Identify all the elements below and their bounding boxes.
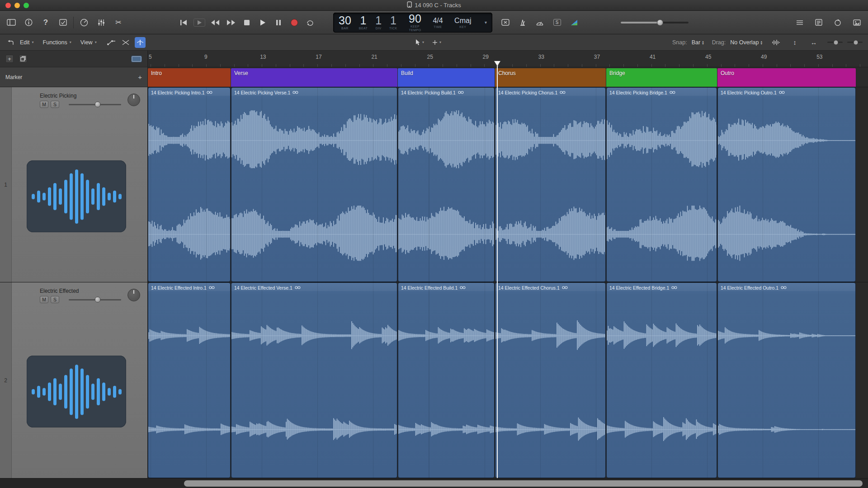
audio-region[interactable]: 14 Electric Effected Chorus.1 [495,282,606,478]
marker-region[interactable]: Intro [148,68,231,87]
catch-playhead-icon[interactable] [5,37,16,48]
minimize-button[interactable] [14,3,20,8]
track-name[interactable]: Electric Effected [40,288,79,294]
lcd-display[interactable]: 30BAR 1BEAT 1DIV 1TICK 90KEEPTEMPO 4/4TI… [333,13,492,33]
vertical-zoom-slider[interactable] [827,42,843,43]
inspector-icon[interactable] [23,16,34,29]
list-editors-icon[interactable] [794,16,806,29]
browsers-icon[interactable] [851,16,863,29]
automation-icon[interactable] [106,37,117,48]
track-lane[interactable]: 14 Electric Effected Intro.114 Electric … [148,282,868,478]
track-volume-thumb[interactable] [94,102,100,108]
marker-region[interactable]: Build [398,68,495,87]
marker-region[interactable]: Bridge [606,68,717,87]
add-track-button[interactable]: + [5,55,14,63]
view-menu[interactable]: View▾ [80,39,97,46]
track-name[interactable]: Electric Picking [40,93,76,99]
track-header[interactable]: Electric Picking M S [12,87,148,282]
master-volume-thumb[interactable] [657,19,663,26]
crossfade-drag-icon[interactable] [120,37,131,48]
master-volume-slider[interactable] [621,22,689,23]
audio-region[interactable]: 14 Electric Picking Outro.1 [717,87,856,282]
snap-select[interactable]: Bar▴▾ [692,39,704,46]
mute-button[interactable]: M [40,101,48,108]
apple-loops-icon[interactable] [832,16,844,29]
pan-knob[interactable] [127,94,140,106]
track-volume-slider[interactable] [69,104,121,105]
left-click-tool-menu[interactable]: ▾ [415,39,424,46]
pan-knob[interactable] [127,289,140,301]
marker-region[interactable]: Outro [717,68,856,87]
bar-ruler[interactable]: 591317212529333741454953 [148,51,868,67]
lcd-bar-label: BAR [341,27,349,30]
audio-region[interactable]: 14 Electric Picking Chorus.1 [495,87,606,282]
track-header[interactable]: Electric Effected M S [12,282,148,478]
marker-label: Build [401,70,413,76]
track-volume-slider[interactable] [69,299,121,300]
library-icon[interactable] [5,16,17,29]
cycle-button[interactable] [304,16,316,29]
count-in-icon[interactable] [500,16,511,29]
flex-button[interactable] [135,37,146,48]
command-click-tool-menu[interactable]: ▾ [432,40,441,45]
drag-select[interactable]: No Overlap▴▾ [730,39,762,46]
smart-tempo-icon[interactable] [568,16,580,29]
horizontal-scrollbar[interactable] [0,478,868,488]
go-to-beginning-button[interactable] [178,16,189,29]
audio-region[interactable]: 14 Electric Picking Verse.1 [231,87,397,282]
note-pads-icon[interactable] [813,16,825,29]
horizontal-scrollbar-thumb[interactable] [184,480,863,487]
track-number: 1 [4,182,7,188]
ruler-bar-number: 45 [705,54,711,60]
forward-button[interactable] [225,16,237,29]
waveform-zoom-icon[interactable] [770,37,781,48]
lcd-bar: 30 [339,15,351,26]
audio-region[interactable]: 14 Electric Effected Outro.1 [717,282,856,478]
global-tracks-button[interactable] [131,56,142,62]
record-button[interactable] [288,16,300,29]
add-marker-button[interactable]: + [138,73,142,81]
horizontal-zoom-slider[interactable] [847,42,863,43]
solo-button[interactable]: S [51,101,59,108]
editors-scissors-icon[interactable]: ✂ [113,16,124,29]
stop-button[interactable] [241,16,253,29]
metronome-icon[interactable] [517,16,528,29]
marker-lane[interactable]: IntroVerseBuildChorusBridgeOutro [148,67,868,87]
track-lane[interactable]: 14 Electric Picking Intro.114 Electric P… [148,87,868,282]
mute-button[interactable]: M [40,296,48,303]
quick-help-icon[interactable]: ? [40,16,52,29]
play-from-selection-button[interactable] [193,16,205,29]
solo-button[interactable]: S [51,296,59,303]
horizontal-fit-zoom-icon[interactable]: ↔ [808,37,819,48]
duplicate-track-button[interactable] [19,55,27,63]
edit-menu[interactable]: Edit▾ [20,39,34,46]
lcd-mode-chevron-icon[interactable]: ▾ [485,20,487,25]
close-button[interactable] [5,3,11,8]
marker-region[interactable]: Chorus [495,68,606,87]
toolbar-toggle-icon[interactable] [57,16,69,29]
functions-menu[interactable]: Functions▾ [43,39,71,46]
audio-region[interactable]: 14 Electric Effected Intro.1 [148,282,231,478]
play-button[interactable] [257,16,269,29]
audio-region[interactable]: 14 Electric Effected Bridge.1 [606,282,717,478]
lcd-tempo[interactable]: 90KEEPTEMPO [409,13,421,32]
smart-controls-icon[interactable] [78,16,90,29]
marker-region[interactable]: Verse [231,68,397,87]
audio-region[interactable]: 14 Electric Picking Build.1 [398,87,495,282]
tuner-icon[interactable] [534,16,546,29]
solo-mode-icon[interactable]: S [551,16,563,29]
track-row[interactable]: 2 Electric Effected M S 14 Electric Effe… [0,282,868,478]
vertical-auto-zoom-icon[interactable]: ↕ [789,37,800,48]
audio-region[interactable]: 14 Electric Picking Intro.1 [148,87,231,282]
pause-button[interactable] [273,16,284,29]
track-volume-thumb[interactable] [94,297,100,303]
audio-region[interactable]: 14 Electric Effected Verse.1 [231,282,397,478]
lcd-time-signature[interactable]: 4/4TIME [433,17,443,28]
rewind-button[interactable] [209,16,221,29]
track-row[interactable]: 1 Electric Picking M S 14 Electric Picki… [0,87,868,282]
zoom-button[interactable] [24,3,29,8]
audio-region[interactable]: 14 Electric Effected Build.1 [398,282,495,478]
mixer-icon[interactable] [95,16,107,29]
lcd-key[interactable]: CmajKEY [454,17,471,28]
audio-region[interactable]: 14 Electric Picking Bridge.1 [606,87,717,282]
